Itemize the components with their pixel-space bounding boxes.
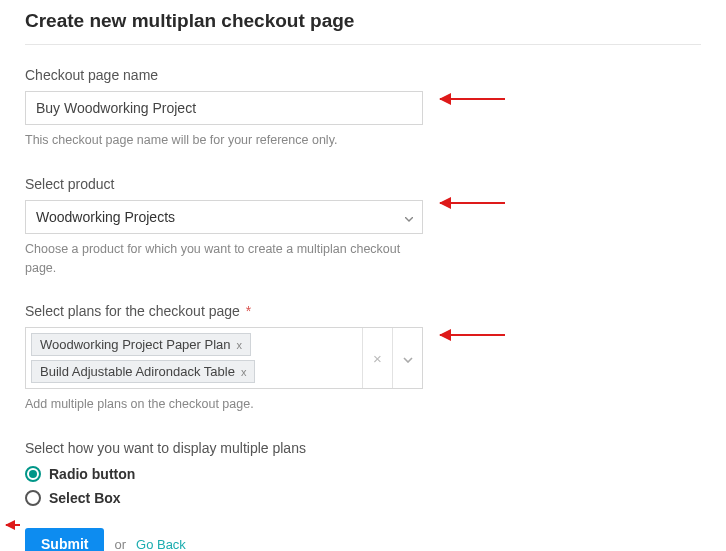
plans-multiselect[interactable]: Woodworking Project Paper Plan x Build A… xyxy=(25,327,423,389)
field-select-plans: Select plans for the checkout page * Woo… xyxy=(25,303,701,414)
radio-label: Radio button xyxy=(49,466,135,482)
select-product-label: Select product xyxy=(25,176,701,192)
select-product-helper: Choose a product for which you want to c… xyxy=(25,240,423,278)
arrow-annotation-icon xyxy=(440,202,505,204)
display-mode-label: Select how you want to display multiple … xyxy=(25,440,701,456)
select-plans-label: Select plans for the checkout page * xyxy=(25,303,701,319)
checkout-name-input[interactable] xyxy=(25,91,423,125)
arrow-annotation-icon xyxy=(6,524,20,526)
or-text: or xyxy=(114,537,126,552)
chevron-down-icon xyxy=(403,349,413,367)
radio-icon xyxy=(25,466,41,482)
form-actions: Submit or Go Back xyxy=(25,528,701,551)
checkout-name-helper: This checkout page name will be for your… xyxy=(25,131,423,150)
arrow-annotation-icon xyxy=(440,98,505,100)
chip-remove-icon[interactable]: x xyxy=(237,339,243,351)
field-checkout-name: Checkout page name This checkout page na… xyxy=(25,67,701,150)
field-select-product: Select product Woodworking Projects Choo… xyxy=(25,176,701,278)
page-title: Create new multiplan checkout page xyxy=(25,10,701,45)
plans-dropdown-toggle[interactable] xyxy=(392,328,422,388)
plan-chip-label: Woodworking Project Paper Plan xyxy=(40,337,231,352)
radio-option-radiobutton[interactable]: Radio button xyxy=(25,466,701,482)
radio-option-selectbox[interactable]: Select Box xyxy=(25,490,701,506)
chip-remove-icon[interactable]: x xyxy=(241,366,247,378)
plan-chip: Build Adjustable Adirondack Table x xyxy=(31,360,255,383)
arrow-annotation-icon xyxy=(440,334,505,336)
select-product-dropdown[interactable]: Woodworking Projects xyxy=(25,200,423,234)
field-display-mode: Select how you want to display multiple … xyxy=(25,440,701,506)
checkout-name-label: Checkout page name xyxy=(25,67,701,83)
required-asterisk: * xyxy=(246,303,251,319)
plan-chip: Woodworking Project Paper Plan x xyxy=(31,333,251,356)
submit-button[interactable]: Submit xyxy=(25,528,104,551)
radio-icon xyxy=(25,490,41,506)
plan-chip-label: Build Adjustable Adirondack Table xyxy=(40,364,235,379)
select-plans-helper: Add multiple plans on the checkout page. xyxy=(25,395,423,414)
close-icon: × xyxy=(373,350,382,367)
go-back-link[interactable]: Go Back xyxy=(136,537,186,552)
plans-clear-button[interactable]: × xyxy=(362,328,392,388)
plans-chips-area[interactable]: Woodworking Project Paper Plan x Build A… xyxy=(26,328,362,388)
radio-label: Select Box xyxy=(49,490,121,506)
select-product-value: Woodworking Projects xyxy=(36,209,175,225)
